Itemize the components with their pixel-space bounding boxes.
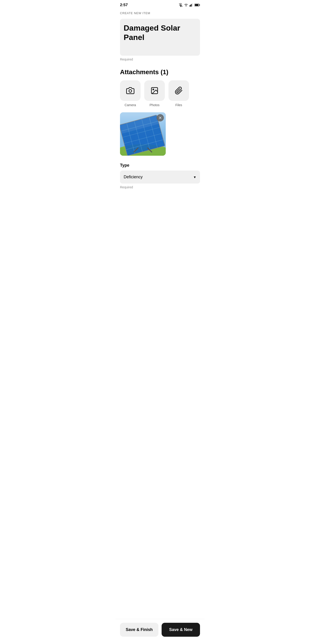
- files-label: Files: [175, 103, 182, 107]
- close-icon: [158, 116, 162, 120]
- save-new-button[interactable]: Save & New: [162, 623, 200, 637]
- paperclip-icon: [175, 86, 183, 95]
- type-label: Type: [120, 163, 200, 168]
- type-select-value: Deficiency: [124, 175, 143, 180]
- status-bar: 2:57: [115, 0, 205, 9]
- mute-icon: [179, 3, 183, 7]
- svg-rect-5: [190, 5, 191, 6]
- svg-point-11: [129, 90, 132, 92]
- type-section: Type Deficiency ▼ Required: [120, 163, 200, 189]
- photos-label: Photos: [149, 103, 159, 107]
- type-select[interactable]: Deficiency ▼: [120, 170, 200, 184]
- main-content: Damaged Solar Panel Required Attachments…: [115, 19, 205, 221]
- item-name-required: Required: [120, 58, 200, 61]
- item-name-field[interactable]: Damaged Solar Panel: [120, 19, 200, 56]
- camera-label: Camera: [125, 103, 136, 107]
- camera-icon: [126, 86, 134, 95]
- page-header: CREATE NEW ITEM: [115, 9, 205, 19]
- camera-button-icon[interactable]: [120, 80, 140, 101]
- battery-icon: [195, 4, 200, 6]
- camera-button[interactable]: Camera: [120, 80, 140, 107]
- photo-preview: [120, 112, 166, 156]
- item-name-input[interactable]: Damaged Solar Panel: [124, 23, 196, 51]
- wifi-icon: [184, 3, 188, 7]
- attachments-title: Attachments (1): [120, 68, 200, 76]
- status-time: 2:57: [120, 3, 128, 7]
- attachments-section: Attachments (1) Camera: [120, 68, 200, 156]
- photos-button-icon[interactable]: [144, 80, 165, 101]
- svg-rect-10: [195, 4, 198, 6]
- bottom-actions: Save & Finish Save & New: [115, 619, 205, 644]
- photos-icon: [150, 86, 159, 95]
- page-title: CREATE NEW ITEM: [120, 12, 150, 15]
- svg-rect-4: [190, 5, 190, 6]
- svg-rect-6: [191, 4, 192, 6]
- attachment-buttons: Camera Photos: [120, 80, 200, 107]
- save-finish-button[interactable]: Save & Finish: [120, 623, 158, 637]
- svg-point-13: [153, 89, 154, 90]
- svg-rect-7: [192, 4, 193, 6]
- svg-point-3: [186, 6, 186, 6]
- files-button[interactable]: Files: [169, 80, 189, 107]
- files-button-icon[interactable]: [169, 80, 189, 101]
- chevron-down-icon: ▼: [193, 175, 196, 179]
- type-required: Required: [120, 185, 200, 189]
- signal-icon: [190, 4, 193, 6]
- status-icons: [179, 3, 200, 7]
- photos-button[interactable]: Photos: [144, 80, 165, 107]
- svg-rect-9: [199, 4, 200, 6]
